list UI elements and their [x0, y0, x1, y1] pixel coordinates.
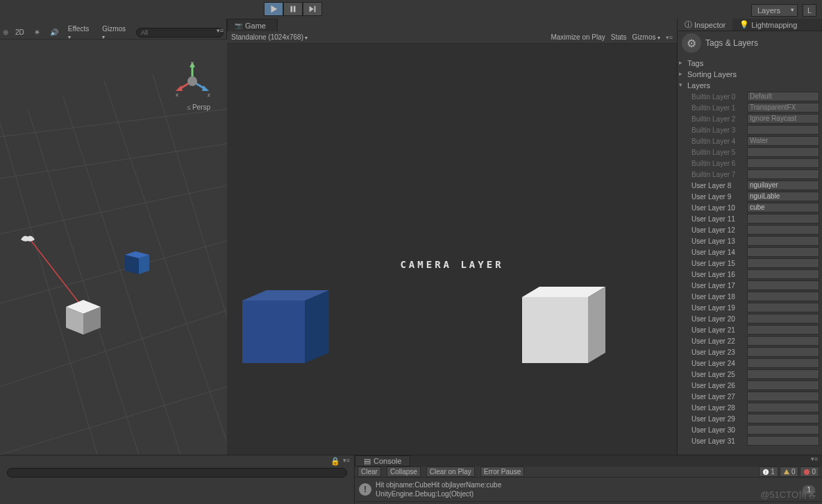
layer-label: Builtin Layer 3: [691, 126, 747, 134]
scene-search-input[interactable]: [136, 28, 224, 37]
svg-point-30: [187, 76, 197, 86]
layout-button[interactable]: L: [803, 4, 816, 17]
layer-value-input[interactable]: nguiLable: [747, 192, 819, 201]
scene-handle-icon[interactable]: ⊕: [3, 28, 8, 36]
step-button[interactable]: [303, 2, 322, 16]
persp-label[interactable]: Persp: [187, 103, 210, 111]
layer-label: User Layer 16: [691, 271, 747, 278]
layer-value-input[interactable]: [747, 292, 819, 301]
layer-row: Builtin Layer 7: [678, 169, 822, 180]
inspector-header: ⚙ Tags & Layers: [678, 31, 822, 55]
layer-value-input[interactable]: [747, 336, 819, 346]
maximize-on-play-toggle[interactable]: Maximize on Play: [551, 33, 605, 41]
layer-value-input[interactable]: [747, 358, 819, 368]
layer-value-input[interactable]: [747, 414, 819, 423]
inspector-content: Tags Sorting Layers Layers Builtin Layer…: [678, 55, 822, 455]
effects-dropdown[interactable]: Effects: [65, 24, 95, 42]
layer-value-input[interactable]: [747, 247, 819, 257]
layer-value-input[interactable]: [747, 280, 819, 290]
layer-value-input: Water: [747, 136, 819, 146]
layer-value-input[interactable]: nguilayer: [747, 180, 819, 190]
panel-menu-icon[interactable]: ▾≡: [343, 457, 350, 466]
layer-label: Builtin Layer 0: [691, 93, 747, 101]
info-count[interactable]: ! 1: [759, 467, 778, 477]
layers-foldout[interactable]: Layers: [678, 80, 822, 91]
layer-label: User Layer 9: [691, 193, 747, 201]
clear-button[interactable]: Clear: [358, 467, 381, 477]
layer-value-input[interactable]: [747, 425, 819, 435]
hierarchy-tab-icons: 🔒 ▾≡: [330, 457, 350, 466]
layer-row: User Layer 13: [678, 235, 822, 246]
panel-menu-icon[interactable]: ▾≡: [811, 455, 818, 467]
error-count[interactable]: 0: [800, 467, 819, 477]
layer-value-input[interactable]: [747, 236, 819, 246]
console-message-text: Hit objname:CubeHit objlayerName:cube Un…: [376, 480, 501, 498]
light-icon: 💡: [739, 20, 749, 29]
game-viewport[interactable]: CAMERA LAYER: [227, 44, 677, 455]
collapse-toggle[interactable]: Collapse: [387, 467, 421, 477]
layer-value-input[interactable]: [747, 403, 819, 412]
lighting-toggle[interactable]: ☀: [31, 27, 43, 37]
layer-row: User Layer 20: [678, 313, 822, 324]
svg-marker-27: [176, 85, 183, 91]
lock-icon[interactable]: 🔒: [330, 457, 340, 466]
svg-marker-38: [522, 297, 588, 363]
mode-2d-toggle[interactable]: 2D: [12, 27, 27, 37]
layer-value-input[interactable]: [747, 380, 819, 390]
inspector-tab[interactable]: ⓘ Inspector: [678, 19, 732, 31]
layer-value-input[interactable]: [747, 369, 819, 379]
layer-value-input: TransparentFX: [747, 103, 819, 112]
layer-value-input: [747, 125, 819, 135]
pause-button[interactable]: [283, 2, 303, 16]
layer-label: User Layer 30: [691, 426, 747, 434]
layer-row: Builtin Layer 2Ignore Raycast: [678, 113, 822, 124]
svg-marker-42: [784, 469, 789, 474]
scene-viewport[interactable]: y x z Persp: [0, 40, 227, 455]
error-pause-toggle[interactable]: Error Pause: [480, 467, 524, 477]
layer-value-input[interactable]: [747, 314, 819, 324]
game-gizmos-dropdown[interactable]: Gizmos: [632, 33, 660, 41]
layer-value-input[interactable]: [747, 303, 819, 312]
scene-tab-row: ▾≡: [0, 19, 226, 26]
layer-row: User Layer 12: [678, 224, 822, 235]
warn-count[interactable]: 0: [780, 467, 799, 477]
layer-value-input[interactable]: [747, 436, 819, 446]
svg-text:x: x: [176, 92, 178, 98]
svg-text:z: z: [208, 92, 210, 98]
sorting-layers-foldout[interactable]: Sorting Layers: [678, 69, 822, 80]
panel-menu-icon[interactable]: ▾≡: [666, 34, 673, 41]
layer-value-input[interactable]: [747, 392, 819, 401]
layer-value-input: [747, 169, 819, 179]
info-icon: !: [359, 483, 371, 496]
layer-value-input[interactable]: [747, 225, 819, 235]
stats-toggle[interactable]: Stats: [611, 33, 627, 41]
layer-value-input[interactable]: [747, 258, 819, 268]
layer-value-input[interactable]: cube: [747, 203, 819, 212]
lightmapping-tab[interactable]: 💡 Lightmapping: [732, 19, 804, 31]
layer-value-input[interactable]: [747, 214, 819, 224]
orientation-gizmo[interactable]: y x z: [171, 53, 213, 109]
play-button[interactable]: [264, 2, 283, 16]
console-message-row[interactable]: ! Hit objname:CubeHit objlayerName:cube …: [355, 478, 822, 502]
console-panel: ▤ Console ▾≡ Clear Collapse Clear on Pla…: [355, 455, 822, 504]
layer-label: User Layer 29: [691, 415, 747, 423]
clear-on-play-toggle[interactable]: Clear on Play: [426, 467, 475, 477]
layer-row: User Layer 16: [678, 269, 822, 280]
layer-value-input[interactable]: [747, 347, 819, 357]
layer-label: Builtin Layer 4: [691, 137, 747, 145]
layer-value-input[interactable]: [747, 269, 819, 279]
layers-list: Builtin Layer 0DefaultBuiltin Layer 1Tra…: [678, 91, 822, 446]
game-tab[interactable]: Game: [227, 19, 278, 31]
layer-value-input[interactable]: [747, 325, 819, 335]
layer-label: User Layer 14: [691, 249, 747, 256]
layer-row: User Layer 22: [678, 335, 822, 346]
audio-toggle[interactable]: 🔊: [47, 27, 61, 37]
panel-menu-icon[interactable]: ▾≡: [217, 27, 224, 34]
resolution-dropdown[interactable]: Standalone (1024x768): [231, 33, 308, 41]
layers-dropdown[interactable]: Layers: [751, 4, 798, 17]
tags-foldout[interactable]: Tags: [678, 58, 822, 69]
layer-label: User Layer 20: [691, 315, 747, 323]
hierarchy-search-input[interactable]: [7, 468, 347, 478]
gizmos-dropdown[interactable]: Gizmos: [99, 24, 132, 42]
console-tab[interactable]: ▤ Console: [355, 455, 410, 467]
